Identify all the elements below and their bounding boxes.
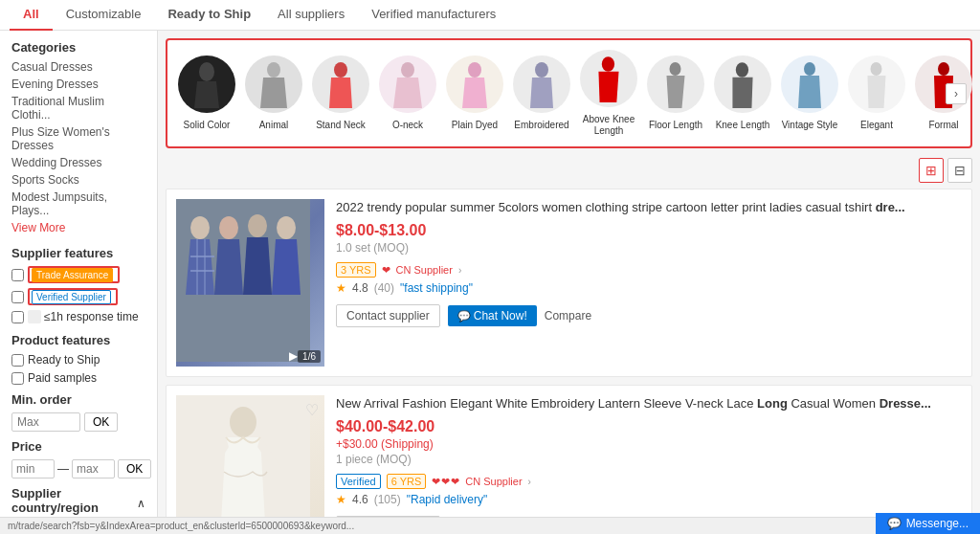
category-embroidered[interactable]: Embroidered: [510, 56, 573, 131]
price-min-input[interactable]: [11, 459, 55, 478]
min-order-section: Min. order OK: [11, 392, 145, 432]
category-vintage[interactable]: Vintage Style: [778, 56, 841, 131]
category-o-neck[interactable]: O-neck: [376, 56, 439, 131]
svg-point-6: [401, 62, 414, 78]
messenger-bar[interactable]: 💬 Messenge...: [876, 513, 980, 534]
svg-point-38: [230, 407, 256, 437]
product-info-1: 2022 trendy popular summer 5colors women…: [336, 199, 962, 367]
ready-to-ship-checkbox[interactable]: [11, 354, 24, 367]
svg-point-29: [248, 214, 267, 237]
chevron-up-icon[interactable]: ∧: [137, 497, 145, 510]
compare-1[interactable]: Compare: [545, 309, 591, 323]
svg-marker-3: [260, 78, 287, 108]
product-info-2: New Arrival Fashion Elegant White Embroi…: [336, 395, 962, 517]
trade-assurance-checkbox[interactable]: [11, 269, 24, 281]
shipping-note-2: +$30.00 (Shipping): [336, 437, 962, 451]
category-solid-color-label: Solid Color: [184, 120, 231, 131]
arrow-icon-2: ›: [528, 477, 531, 487]
category-knee-length[interactable]: Knee Length: [711, 56, 774, 131]
verified-supplier-checkbox[interactable]: [11, 291, 24, 303]
category-stand-neck[interactable]: Stand Neck: [309, 56, 372, 131]
chat-now-1[interactable]: 💬 Chat Now!: [448, 305, 537, 326]
product-title-2[interactable]: New Arrival Fashion Elegant White Embroi…: [336, 395, 962, 412]
feature-trade-assurance[interactable]: Trade Assurance: [11, 266, 145, 283]
rating-row-1: ★ 4.8 (40) "fast shipping": [336, 281, 962, 295]
sidebar-item-traditional[interactable]: Traditional Muslim Clothi...: [11, 95, 145, 122]
category-formal-label: Formal: [928, 120, 958, 131]
view-more[interactable]: View More: [11, 221, 145, 234]
product-image-1[interactable]: 1/6 ▶: [176, 199, 324, 367]
contact-supplier-2[interactable]: Contact supplier: [336, 516, 440, 517]
nav-item-all[interactable]: All: [10, 0, 53, 31]
min-order-ok-button[interactable]: OK: [84, 412, 118, 432]
fast-ship-1: "fast shipping": [400, 281, 473, 295]
min-order-input[interactable]: [11, 412, 80, 432]
cn-supplier-1[interactable]: CN Supplier: [396, 264, 453, 276]
svg-point-16: [736, 62, 748, 78]
svg-point-2: [267, 62, 280, 78]
category-solid-color[interactable]: Solid Color: [175, 56, 238, 131]
hearts-row-2: ❤❤❤: [432, 476, 459, 488]
nav-item-ready-to-ship[interactable]: Ready to Ship: [154, 0, 264, 31]
paid-samples-checkbox[interactable]: [11, 372, 24, 385]
heart-fav-2[interactable]: ♡: [305, 401, 319, 419]
svg-point-12: [602, 56, 614, 72]
feature-paid-samples[interactable]: Paid samples: [11, 371, 145, 385]
nav-item-verified-manufacturers[interactable]: Verified manufacturers: [358, 0, 509, 31]
feature-verified-supplier[interactable]: Verified Supplier: [11, 288, 145, 305]
supplier-features: Trade Assurance Verified Supplier ≤1h re…: [11, 266, 145, 323]
supplier-country-title: Supplier country/region: [11, 486, 137, 515]
response-time-label: ≤1h response time: [44, 310, 139, 323]
rapid-delivery-2: "Rapid delivery": [407, 493, 488, 506]
sidebar-item-plus-size[interactable]: Plus Size Women's Dresses: [11, 125, 145, 152]
svg-marker-21: [868, 76, 886, 108]
price-max-input[interactable]: [72, 459, 115, 478]
product-title-1[interactable]: 2022 trendy popular summer 5colors women…: [336, 199, 962, 216]
sidebar-item-evening[interactable]: Evening Dresses: [11, 78, 145, 91]
categories-title: Categories: [11, 40, 145, 55]
response-time-checkbox[interactable]: [11, 311, 24, 323]
grid-view-button[interactable]: ⊞: [919, 158, 944, 183]
list-view-button[interactable]: ⊟: [947, 158, 972, 183]
supplier-features-title: Supplier features: [11, 246, 145, 260]
sidebar-item-wedding[interactable]: Wedding Dresses: [11, 156, 145, 169]
sidebar-item-casual[interactable]: Casual Dresses: [11, 60, 145, 74]
play-icon: ▶: [289, 349, 298, 363]
contact-supplier-1[interactable]: Contact supplier: [336, 304, 440, 327]
view-toggle: ⊞ ⊟: [166, 158, 972, 183]
category-animal[interactable]: Animal: [242, 56, 305, 131]
arrow-icon-1: ›: [458, 265, 461, 276]
sidebar-item-modest[interactable]: Modest Jumpsuits, Plays...: [11, 190, 145, 217]
feature-response-time[interactable]: ≤1h response time: [11, 310, 145, 323]
supplier-country-section: Supplier country/region ∧ 🔍 Suggestions …: [11, 486, 145, 517]
category-animal-label: Animal: [259, 120, 289, 131]
svg-marker-32: [272, 239, 301, 295]
svg-point-14: [670, 62, 681, 76]
price-dash: —: [57, 462, 69, 476]
category-scroll: Solid Color Animal Stand Neck O-neck: [166, 38, 972, 148]
rating-1: 4.8: [352, 281, 368, 295]
category-elegant[interactable]: Elegant: [845, 56, 908, 131]
category-embroidered-label: Embroidered: [514, 120, 568, 131]
price-ok-button[interactable]: OK: [118, 459, 151, 478]
sidebar-item-sports[interactable]: Sports Socks: [11, 173, 145, 187]
svg-point-25: [190, 216, 210, 239]
category-knee-length-label: Knee Length: [716, 120, 770, 131]
category-floor-length[interactable]: Floor Length: [644, 56, 707, 131]
category-plain-dyed[interactable]: Plain Dyed: [443, 56, 506, 131]
category-above-knee[interactable]: Above Knee Length: [577, 50, 640, 137]
verified-badge-2: Verified: [336, 474, 381, 489]
feature-ready-to-ship[interactable]: Ready to Ship: [11, 353, 145, 367]
scroll-right-arrow[interactable]: ›: [946, 83, 967, 104]
svg-marker-9: [462, 78, 487, 108]
cn-supplier-2[interactable]: CN Supplier: [465, 476, 522, 487]
svg-marker-7: [393, 78, 422, 108]
rating-count-2: (105): [374, 493, 401, 506]
rating-2: 4.6: [352, 493, 368, 506]
product-image-2[interactable]: 1/6 ♡: [176, 395, 324, 517]
nav-item-customizable[interactable]: Customizable: [53, 0, 155, 31]
svg-point-31: [277, 216, 296, 239]
svg-point-18: [804, 62, 815, 76]
main-content: Solid Color Animal Stand Neck O-neck: [158, 31, 980, 517]
nav-item-all-suppliers[interactable]: All suppliers: [264, 0, 358, 31]
